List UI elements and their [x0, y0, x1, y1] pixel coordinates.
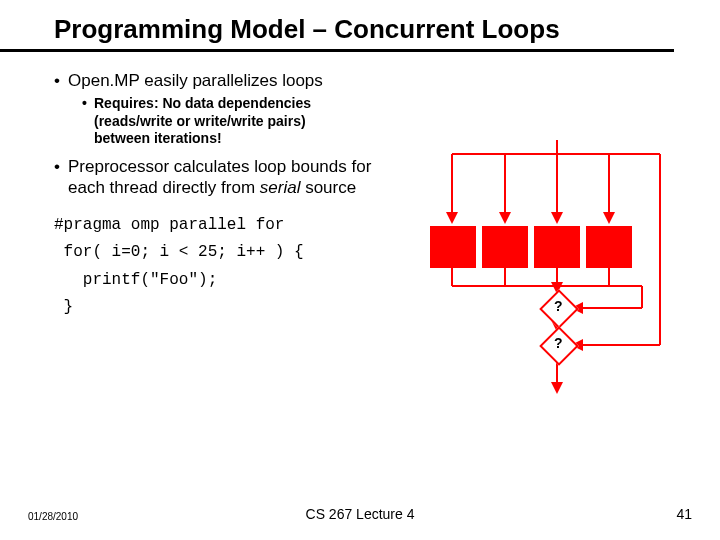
content-area: Open.MP easily parallelizes loops Requir… [0, 52, 384, 321]
code-block: #pragma omp parallel for for( i=0; i < 2… [54, 212, 384, 321]
slide-title: Programming Model – Concurrent Loops [0, 0, 674, 52]
code-line-brace: } [54, 294, 384, 321]
code-line-for: for( i=0; i < 25; i++ ) { [54, 239, 384, 266]
bullet-requires: Requires: No data dependencies (reads/wr… [82, 95, 324, 148]
flow-diagram: ? ? [420, 140, 680, 400]
thread-box-4 [586, 226, 632, 268]
code-line-printf: printf("Foo"); [54, 267, 384, 294]
bullet-openmp: Open.MP easily parallelizes loops [54, 70, 384, 91]
bullet-preprocessor-post: source [300, 178, 356, 197]
decision-label-1: ? [554, 298, 563, 314]
thread-box-1 [430, 226, 476, 268]
footer-center: CS 267 Lecture 4 [0, 506, 720, 522]
bullet-preprocessor-italic: serial [260, 178, 301, 197]
decision-label-2: ? [554, 335, 563, 351]
thread-box-3 [534, 226, 580, 268]
footer-page: 41 [676, 506, 692, 522]
diagram-wires [420, 140, 680, 400]
code-line-pragma: #pragma omp parallel for [54, 212, 384, 239]
thread-box-2 [482, 226, 528, 268]
bullet-preprocessor: Preprocessor calculates loop bounds for … [54, 156, 384, 199]
slide: Programming Model – Concurrent Loops Ope… [0, 0, 720, 540]
